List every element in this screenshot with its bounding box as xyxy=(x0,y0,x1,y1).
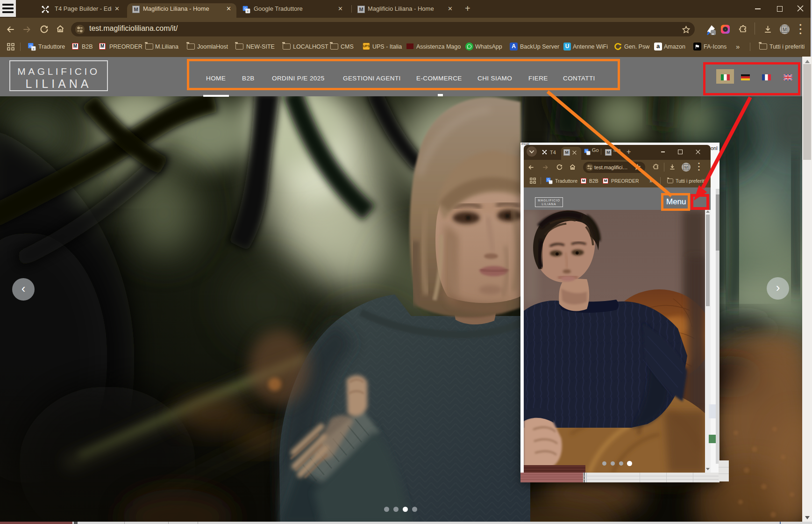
svg-text:x: x xyxy=(33,47,35,51)
svg-text:x: x xyxy=(247,9,249,13)
